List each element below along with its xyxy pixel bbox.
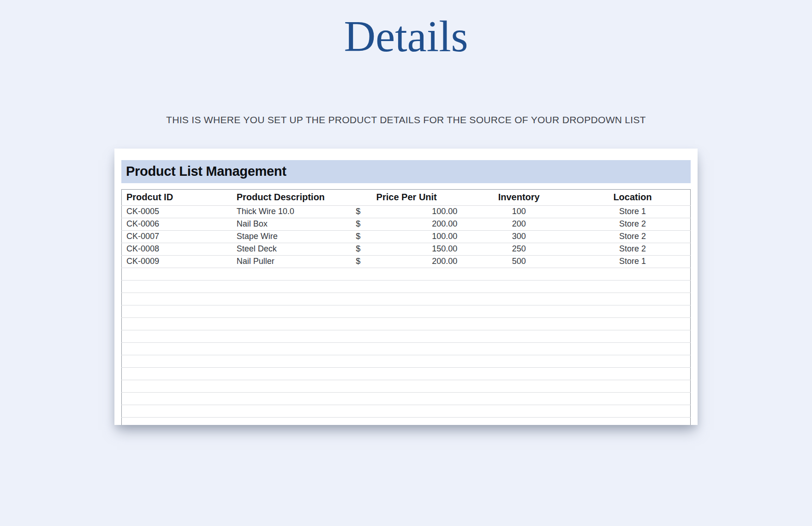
column-header-product-id[interactable]: Prodcut ID	[122, 189, 232, 205]
empty-cell[interactable]	[463, 392, 575, 405]
cell-description[interactable]: Nail Box	[232, 218, 350, 230]
empty-cell[interactable]	[463, 330, 575, 342]
empty-cell[interactable]	[463, 293, 575, 305]
empty-cell[interactable]	[122, 280, 232, 293]
empty-cell[interactable]	[463, 280, 575, 293]
empty-cell[interactable]	[122, 392, 232, 405]
empty-cell[interactable]	[350, 355, 463, 367]
empty-cell[interactable]	[575, 317, 690, 330]
empty-cell[interactable]	[350, 293, 463, 305]
empty-cell[interactable]	[463, 355, 575, 367]
empty-cell[interactable]	[122, 342, 232, 355]
empty-cell[interactable]	[575, 367, 690, 380]
empty-cell[interactable]	[350, 280, 463, 293]
cell-price[interactable]: $ 100.00	[350, 205, 463, 218]
empty-cell[interactable]	[232, 367, 350, 380]
empty-cell[interactable]	[122, 417, 232, 425]
empty-cell[interactable]	[463, 268, 575, 280]
empty-cell[interactable]	[232, 317, 350, 330]
empty-cell[interactable]	[122, 330, 232, 342]
column-header-location[interactable]: Location	[575, 189, 690, 205]
column-header-description[interactable]: Product Description	[232, 189, 350, 205]
cell-product-id[interactable]: CK-0007	[122, 230, 232, 243]
cell-inventory[interactable]: 500	[463, 255, 575, 268]
empty-cell[interactable]	[350, 342, 463, 355]
page-subtitle: THIS IS WHERE YOU SET UP THE PRODUCT DET…	[0, 114, 812, 126]
empty-cell[interactable]	[575, 417, 690, 425]
empty-cell[interactable]	[463, 342, 575, 355]
empty-cell[interactable]	[575, 330, 690, 342]
empty-cell[interactable]	[232, 293, 350, 305]
empty-cell[interactable]	[575, 305, 690, 317]
empty-cell[interactable]	[122, 380, 232, 392]
empty-cell[interactable]	[122, 268, 232, 280]
empty-cell[interactable]	[232, 380, 350, 392]
empty-cell[interactable]	[232, 330, 350, 342]
column-header-inventory[interactable]: Inventory	[463, 189, 575, 205]
cell-inventory[interactable]: 250	[463, 243, 575, 255]
cell-product-id[interactable]: CK-0005	[122, 205, 232, 218]
empty-cell[interactable]	[575, 342, 690, 355]
empty-cell[interactable]	[350, 380, 463, 392]
cell-description[interactable]: Thick Wire 10.0	[232, 205, 350, 218]
cell-description[interactable]: Stape Wire	[232, 230, 350, 243]
empty-cell[interactable]	[122, 367, 232, 380]
cell-price[interactable]: $ 150.00	[350, 243, 463, 255]
price-amount: 100.00	[432, 207, 457, 216]
empty-cell[interactable]	[350, 367, 463, 380]
cell-inventory[interactable]: 100	[463, 205, 575, 218]
card-header: Product List Management	[121, 160, 691, 183]
cell-product-id[interactable]: CK-0006	[122, 218, 232, 230]
empty-cell[interactable]	[232, 405, 350, 417]
empty-cell[interactable]	[575, 380, 690, 392]
table-header-row: Prodcut ID Product Description Price Per…	[122, 189, 691, 205]
empty-cell[interactable]	[350, 317, 463, 330]
cell-price[interactable]: $ 200.00	[350, 218, 463, 230]
empty-cell[interactable]	[350, 417, 463, 425]
empty-cell[interactable]	[232, 417, 350, 425]
cell-location[interactable]: Store 1	[575, 255, 690, 268]
empty-cell[interactable]	[463, 305, 575, 317]
cell-inventory[interactable]: 300	[463, 230, 575, 243]
empty-cell[interactable]	[575, 392, 690, 405]
empty-cell[interactable]	[575, 405, 690, 417]
cell-price[interactable]: $ 100.00	[350, 230, 463, 243]
empty-cell[interactable]	[463, 317, 575, 330]
cell-location[interactable]: Store 1	[575, 205, 690, 218]
empty-cell[interactable]	[350, 305, 463, 317]
empty-cell[interactable]	[350, 330, 463, 342]
empty-cell[interactable]	[575, 293, 690, 305]
empty-cell[interactable]	[350, 405, 463, 417]
empty-cell[interactable]	[122, 405, 232, 417]
cell-price[interactable]: $ 200.00	[350, 255, 463, 268]
cell-description[interactable]: Steel Deck	[232, 243, 350, 255]
empty-cell[interactable]	[350, 268, 463, 280]
price-amount: 100.00	[432, 232, 457, 241]
empty-cell[interactable]	[463, 367, 575, 380]
empty-cell[interactable]	[122, 305, 232, 317]
cell-location[interactable]: Store 2	[575, 218, 690, 230]
column-header-price[interactable]: Price Per Unit	[350, 189, 463, 205]
cell-product-id[interactable]: CK-0008	[122, 243, 232, 255]
empty-cell[interactable]	[232, 355, 350, 367]
empty-cell[interactable]	[575, 355, 690, 367]
empty-cell[interactable]	[232, 305, 350, 317]
cell-description[interactable]: Nail Puller	[232, 255, 350, 268]
cell-product-id[interactable]: CK-0009	[122, 255, 232, 268]
empty-cell[interactable]	[232, 280, 350, 293]
empty-cell[interactable]	[463, 417, 575, 425]
cell-location[interactable]: Store 2	[575, 230, 690, 243]
empty-cell[interactable]	[122, 317, 232, 330]
cell-location[interactable]: Store 2	[575, 243, 690, 255]
empty-cell[interactable]	[463, 380, 575, 392]
empty-cell[interactable]	[122, 293, 232, 305]
cell-inventory[interactable]: 200	[463, 218, 575, 230]
empty-cell[interactable]	[122, 355, 232, 367]
empty-cell[interactable]	[463, 405, 575, 417]
empty-cell[interactable]	[575, 268, 690, 280]
empty-cell[interactable]	[232, 342, 350, 355]
empty-cell[interactable]	[575, 280, 690, 293]
empty-cell[interactable]	[232, 268, 350, 280]
empty-cell[interactable]	[232, 392, 350, 405]
empty-cell[interactable]	[350, 392, 463, 405]
